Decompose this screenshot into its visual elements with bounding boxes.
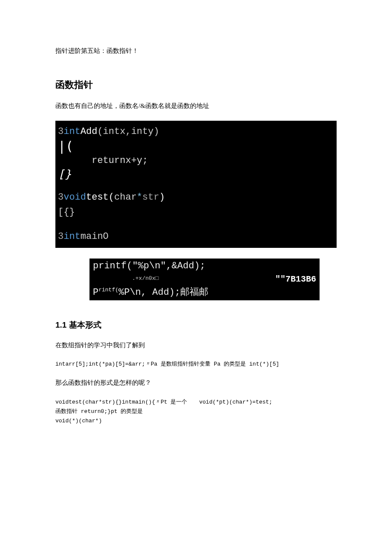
blank-line	[58, 220, 337, 229]
function-name: Add	[81, 126, 98, 137]
code-line-brace: |(	[58, 139, 337, 153]
rest: (char*str){}intmain(){〃Pt 是一个	[82, 399, 187, 405]
type-char: char	[114, 192, 137, 203]
output-line: .+x/n0x□ ""7B13B6	[89, 273, 320, 283]
output-left: .+x/n0x□	[132, 275, 159, 282]
output-hex: ""7B13B6	[275, 274, 316, 284]
star: *	[137, 192, 142, 203]
code-line: voidtest(char*str){}intmain(){〃Pt 是一个	[55, 398, 187, 407]
rintf-super: rintf(	[98, 286, 118, 293]
code-inline-1: intarr[5];int(*pa)[5]=&arr;〃Pa 是数组指针指针变量…	[55, 360, 337, 369]
line-prefix: 3	[58, 192, 63, 203]
code-line: 3intAdd(intx,inty)	[58, 124, 337, 139]
code-line: 3intmainO	[58, 229, 337, 244]
code-col-right: void(*pt)(char*)=test;	[199, 398, 272, 426]
cn-text: 邮福邮	[180, 286, 208, 297]
paren-close: )	[159, 192, 165, 203]
return-statement: returnx+y;	[92, 155, 148, 166]
printf-line-2: Printf(%P\n, Add);邮福邮	[89, 283, 320, 300]
p-char: P	[93, 287, 98, 298]
function-name: test	[86, 192, 109, 203]
code-line: void(*)(char*)	[55, 416, 187, 426]
indent	[58, 155, 92, 166]
paragraph-1: 函数也有自己的地址，函数名/&函数名就是函数的地址	[55, 102, 337, 110]
line-prefix: 3	[58, 126, 63, 137]
keyword-void: void	[63, 192, 86, 203]
printf-mid: %P\n, Add);	[118, 287, 180, 298]
code-line-brace: [}	[58, 168, 337, 180]
line-prefix: 3	[58, 231, 63, 242]
code-block-1: 3intAdd(intx,inty) |( returnx+y; [} 3voi…	[55, 121, 337, 248]
code-inline-2: voidtest(char*str){}intmain(){〃Pt 是一个 函数…	[55, 398, 337, 426]
paragraph-2: 在数组指针的学习中我们了解到	[55, 341, 337, 349]
arguments: (intx,inty)	[97, 126, 159, 137]
printf-line-1: printf("%p\n",&Add);	[89, 259, 320, 273]
code-line: 3voidtest(char*str)	[58, 190, 337, 205]
main-fn: mainO	[81, 231, 109, 242]
heading-function-pointer: 函数指针	[55, 78, 337, 91]
code-line: 函数指针 return0;}pt 的类型是	[55, 407, 187, 416]
code-line: void(*pt)(char*)=test;	[199, 398, 272, 407]
code-block-2: printf("%p\n",&Add); .+x/n0x□ ""7B13B6 P…	[89, 259, 320, 300]
keyword-int: int	[63, 231, 81, 242]
intro-text: 指针进阶第五站：函数指针！	[55, 47, 337, 55]
paragraph-3: 那么函数指针的形式是怎样的呢？	[55, 379, 337, 387]
document-page: 指针进阶第五站：函数指针！ 函数指针 函数也有自己的地址，函数名/&函数名就是函…	[0, 0, 392, 426]
blank-line	[58, 180, 337, 190]
keyword-int: int	[63, 126, 81, 137]
paren-open: (	[109, 192, 114, 203]
heading-basic-form: 1.1 基本形式	[55, 320, 337, 331]
code-col-left: voidtest(char*str){}intmain(){〃Pt 是一个 函数…	[55, 398, 199, 426]
code-line: returnx+y;	[58, 153, 337, 168]
code-line-brace: [{}	[58, 205, 337, 220]
fn-test: test	[69, 399, 82, 405]
var-str: str	[142, 192, 159, 203]
kw-void: void	[55, 399, 69, 405]
